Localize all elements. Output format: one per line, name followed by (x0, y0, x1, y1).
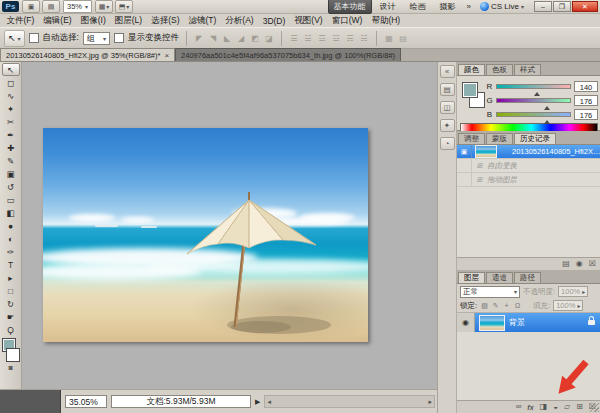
appbar-view-extras-icon[interactable]: ▤ (42, 0, 60, 13)
history-source-gutter[interactable]: ▣ (457, 145, 472, 158)
panel-tab[interactable]: 样式 (514, 64, 541, 75)
minimize-button[interactable]: – (534, 1, 552, 12)
dock-collapse-dock-icon[interactable]: « (440, 65, 455, 78)
show-transform-checkbox[interactable] (114, 33, 124, 43)
dock-collapsed-panel-icon-2[interactable]: ◫ (440, 101, 455, 114)
layers-new-group-icon[interactable]: ▱ (564, 403, 570, 411)
align-layers-icon[interactable]: ◣ (222, 34, 232, 43)
align-layers-icon[interactable]: ◢ (236, 34, 246, 43)
tool-move[interactable]: ↖ (2, 63, 20, 76)
tool-preset-picker[interactable]: ↖ ▾ (4, 30, 25, 47)
document-tab[interactable]: 240976aa501c4e5f4af96a537075b634_th.jpg … (175, 48, 401, 61)
menu-3d[interactable]: 3D(D) (258, 16, 290, 26)
horizontal-scrollbar[interactable]: ◂ ▸ (264, 395, 435, 408)
tool-spot-healing-brush[interactable]: ✚ (2, 141, 20, 154)
menu-view[interactable]: 视图(V) (290, 15, 327, 27)
distribute-layers-icon[interactable]: ☱ (303, 34, 313, 43)
history-state-row[interactable]: ⊞ 拖动图层 (457, 173, 600, 187)
document-tab[interactable]: 20130526140805_Hfi2X.jpg @ 35%(RGB/8#)* … (0, 48, 175, 61)
panel-tab[interactable]: 颜色 (458, 64, 485, 75)
resize-grip[interactable] (590, 403, 599, 412)
tool-zoom[interactable]: Ϙ (2, 323, 20, 336)
restore-button[interactable]: ❐ (553, 1, 571, 12)
layers-layer-style-icon[interactable]: fx (527, 404, 533, 411)
menu-analysis[interactable]: 分析(A) (221, 15, 258, 27)
layers-link-layers-icon[interactable]: ∞ (516, 403, 522, 411)
workspace-painting[interactable]: 绘画 (404, 0, 432, 14)
tool-path-selection[interactable]: ▸ (2, 271, 20, 284)
panel-tab[interactable]: 路径 (514, 272, 541, 283)
tool-clone-stamp[interactable]: ▣ (2, 167, 20, 180)
quick-mask-icon[interactable]: ◙ (4, 362, 18, 372)
zoom-percentage-field[interactable]: 35.05% (65, 395, 107, 408)
slider-thumb-icon[interactable] (544, 117, 550, 124)
distribute-layers-icon[interactable]: ☳ (331, 34, 341, 43)
distribute-layers-icon[interactable]: ☲ (317, 34, 327, 43)
history-state-row[interactable]: ⊞ 自由变换 (457, 159, 600, 173)
lock-option-icon[interactable]: ▨ (480, 302, 489, 310)
workspace-photography[interactable]: 摄影 (434, 0, 462, 14)
panel-tab[interactable]: 调整 (458, 133, 485, 144)
panel-tab[interactable]: 图层 (458, 272, 485, 283)
history-new-document-from-state-icon[interactable]: ▤ (562, 260, 570, 268)
menu-filter[interactable]: 滤镜(T) (184, 15, 221, 27)
canvas-area[interactable] (22, 62, 437, 389)
channel-slider-track[interactable] (496, 112, 571, 117)
history-source-gutter[interactable] (457, 159, 472, 172)
foreground-color-swatch[interactable] (462, 82, 478, 98)
tool-pen[interactable]: ✑ (2, 245, 20, 258)
lock-option-icon[interactable]: ✎ (491, 302, 500, 310)
menu-image[interactable]: 图像(I) (76, 15, 110, 27)
channel-value-field[interactable]: 140 (574, 81, 598, 92)
auto-align-icon[interactable]: ▦ (384, 34, 394, 43)
align-layers-icon[interactable]: ◩ (250, 34, 260, 43)
blend-mode-dropdown[interactable]: 正常 ▾ (460, 286, 520, 298)
tool-hand[interactable]: ☛ (2, 310, 20, 323)
tool-dodge[interactable]: ◐ (2, 232, 20, 245)
fill-value-field[interactable]: 100% ▸ (553, 300, 583, 311)
channel-value-field[interactable]: 176 (574, 109, 598, 120)
close-icon[interactable]: × (164, 51, 169, 60)
panel-tab[interactable]: 历史记录 (514, 133, 556, 144)
tool-eyedropper[interactable]: ✒ (2, 128, 20, 141)
tool-brush[interactable]: ✎ (2, 154, 20, 167)
tool-3d-rotate[interactable]: ↻ (2, 297, 20, 310)
history-new-snapshot-icon[interactable]: ◉ (576, 260, 583, 268)
cs-live-button[interactable]: CS Live ▾ (476, 2, 528, 11)
workspace-design[interactable]: 设计 (374, 0, 402, 14)
opacity-value-field[interactable]: 100% ▸ (558, 286, 588, 297)
tool-type[interactable]: T (2, 258, 20, 271)
layer-row[interactable]: ◉ 背景 (457, 313, 600, 332)
menu-help[interactable]: 帮助(H) (367, 15, 405, 27)
panel-tab[interactable]: 色板 (486, 64, 513, 75)
tool-rectangular-marquee[interactable]: ◻ (2, 76, 20, 89)
history-source-gutter[interactable] (457, 173, 472, 186)
lock-option-icon[interactable]: Ω (513, 302, 522, 310)
tool-quick-selection[interactable]: ✦ (2, 102, 20, 115)
status-expand-icon[interactable]: ▶ (255, 398, 260, 406)
channel-slider-track[interactable] (496, 98, 571, 103)
zoom-level-box[interactable]: 35% ▾ (63, 0, 92, 13)
menu-file[interactable]: 文件(F) (2, 15, 39, 27)
panel-tab[interactable]: 通道 (486, 272, 513, 283)
distribute-layers-icon[interactable]: ☰ (289, 34, 299, 43)
slider-thumb-icon[interactable] (544, 103, 550, 110)
channel-slider-track[interactable] (496, 84, 571, 89)
layers-new-layer-icon[interactable]: ⊞ (576, 403, 583, 411)
history-state-row[interactable]: ▣ 20130526140805_Hfi2X.jpg (457, 145, 600, 159)
appbar-launch-bridge-icon[interactable]: ▣ (22, 0, 40, 13)
channel-value-field[interactable]: 176 (574, 95, 598, 106)
layers-new-adjustment-layer-icon[interactable]: ◒ (553, 403, 558, 411)
align-layers-icon[interactable]: ◪ (264, 34, 274, 43)
lock-option-icon[interactable]: + (502, 302, 511, 310)
background-color-swatch[interactable] (6, 348, 20, 362)
layer-visibility-eye-icon[interactable]: ◉ (457, 313, 475, 332)
dock-collapsed-panel-icon-1[interactable]: ▤ (440, 83, 455, 96)
menu-select[interactable]: 选择(S) (147, 15, 184, 27)
distribute-layers-icon[interactable]: ☵ (359, 34, 369, 43)
panel-tab[interactable]: 蒙版 (486, 133, 513, 144)
tool-crop[interactable]: ✂ (2, 115, 20, 128)
history-delete-state-icon[interactable]: ☒ (589, 260, 596, 268)
layers-add-layer-mask-icon[interactable]: ◨ (540, 403, 548, 411)
auto-select-target-dropdown[interactable]: 组 ▾ (83, 32, 110, 45)
